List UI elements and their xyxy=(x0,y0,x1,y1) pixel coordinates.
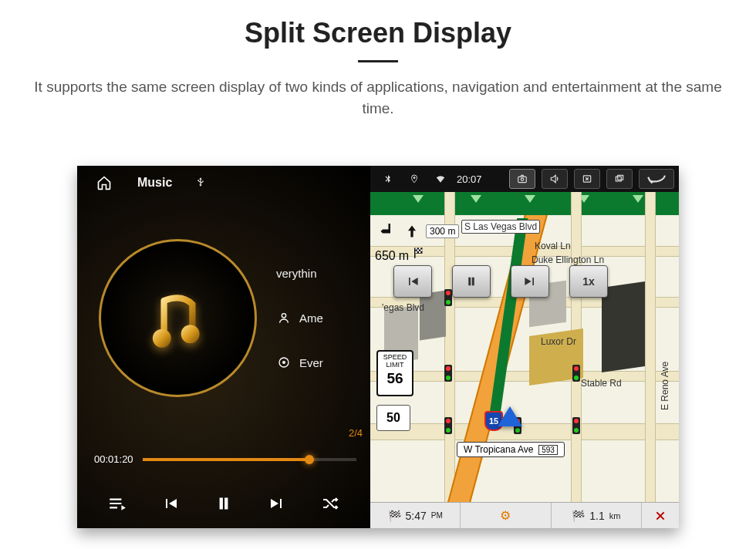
current-speed: 50 xyxy=(376,405,410,431)
home-icon[interactable] xyxy=(94,173,114,193)
prev-track-icon[interactable] xyxy=(155,488,186,519)
nav-bottom-bar: 🏁 5:47 PM ⚙ 🏁 1.1 km xyxy=(370,502,679,528)
eta-time: 5:47 xyxy=(406,510,427,522)
title-underline xyxy=(358,60,398,62)
street-stable: Stable Rd xyxy=(579,377,624,389)
progress-fill xyxy=(143,458,309,461)
svg-point-2 xyxy=(282,314,285,318)
back-icon[interactable] xyxy=(639,169,674,189)
usb-icon[interactable] xyxy=(195,175,206,191)
turn-distance-unit: m xyxy=(399,249,409,263)
track-index: 2/4 xyxy=(349,427,363,439)
progress-bar[interactable] xyxy=(143,458,356,461)
track-title: verythin xyxy=(276,267,317,280)
checkered-flag-icon xyxy=(412,246,426,260)
svg-point-0 xyxy=(152,328,170,347)
screenshot-icon[interactable] xyxy=(509,169,535,189)
close-nav-button[interactable] xyxy=(642,503,679,528)
map-media-controls: 1x xyxy=(393,265,608,298)
svg-point-4 xyxy=(283,362,285,364)
turn-guidance: 300 m 650 m xyxy=(375,220,475,263)
svg-rect-10 xyxy=(618,175,623,180)
street-tropicana: W Tropicana Ave 593 xyxy=(457,442,565,457)
track-artist-row[interactable]: Ame xyxy=(276,295,384,340)
track-album-row[interactable]: Ever xyxy=(276,340,384,385)
map-next-icon[interactable] xyxy=(511,265,549,298)
next-track-icon[interactable] xyxy=(262,488,292,519)
map-canvas[interactable]: 300 m 650 m S Las Vegas Blvd Koval Ln Du… xyxy=(370,192,679,502)
transport-controls xyxy=(77,488,370,519)
recent-apps-icon[interactable] xyxy=(606,169,633,189)
track-list: verythin Ame Ever xyxy=(276,251,384,385)
remaining-dist: 1.1 xyxy=(589,510,604,522)
map-prev-icon[interactable] xyxy=(393,265,432,298)
map-pause-icon[interactable] xyxy=(452,265,491,298)
person-icon xyxy=(276,312,292,324)
turn-distance: 650 xyxy=(375,249,396,263)
volume-icon[interactable] xyxy=(542,169,568,189)
speed-limit-sign: SPEED LIMIT 56 xyxy=(376,350,413,396)
svg-point-5 xyxy=(413,177,415,179)
track-title-row[interactable]: verythin xyxy=(276,251,384,295)
music-pane: Music verythin xyxy=(77,166,370,528)
gear-icon: ⚙ xyxy=(500,508,511,523)
progress-row: 00:01:20 xyxy=(94,453,356,465)
street-vegas-blvd: 'egas Blvd xyxy=(380,301,427,314)
svg-rect-11 xyxy=(414,248,416,258)
track-album: Ever xyxy=(299,356,323,369)
album-art xyxy=(99,239,257,397)
disc-icon xyxy=(276,356,292,369)
elapsed-time: 00:01:20 xyxy=(94,453,133,465)
location-icon xyxy=(404,169,424,189)
shuffle-icon[interactable] xyxy=(315,488,346,519)
playlist-icon[interactable] xyxy=(102,488,133,519)
clock: 20:07 xyxy=(457,173,482,185)
settings-cell[interactable]: ⚙ xyxy=(461,503,551,528)
lane-guidance-banner xyxy=(370,192,679,215)
map-speed-button[interactable]: 1x xyxy=(569,265,608,298)
nav-pane: 20:07 xyxy=(370,166,679,528)
svg-rect-6 xyxy=(518,177,527,183)
page-description: It supports the same screen display of t… xyxy=(31,76,725,119)
pause-icon[interactable] xyxy=(208,488,239,519)
flag-icon: 🏁 xyxy=(388,510,401,522)
track-artist: Ame xyxy=(299,312,323,325)
page-title: Split Screen Display xyxy=(0,17,756,49)
bluetooth-icon xyxy=(378,169,398,189)
street-reno: E Reno Ave xyxy=(659,359,671,413)
turn-left-icon xyxy=(375,220,398,243)
close-app-icon[interactable] xyxy=(574,169,600,189)
music-topbar: Music xyxy=(77,166,370,200)
flag-icon: 🏁 xyxy=(572,510,585,522)
wifi-icon xyxy=(430,169,451,189)
progress-knob[interactable] xyxy=(305,455,314,464)
speed-limit-value: 56 xyxy=(378,371,412,387)
vehicle-cursor-icon xyxy=(498,406,522,426)
svg-rect-9 xyxy=(616,177,621,181)
street-luxor: Luxor Dr xyxy=(538,335,579,348)
turn-up-icon xyxy=(404,221,420,241)
status-bar: 20:07 xyxy=(370,166,679,192)
street-duke: Duke Ellington Ln xyxy=(529,254,606,266)
device-mock: Music verythin xyxy=(77,166,679,528)
street-koval: Koval Ln xyxy=(532,240,573,252)
eta-cell[interactable]: 🏁 5:47 PM xyxy=(370,503,461,528)
svg-point-1 xyxy=(181,325,199,343)
remaining-cell[interactable]: 🏁 1.1 km xyxy=(552,503,642,528)
street-s-las-vegas: S Las Vegas Blvd xyxy=(461,220,540,234)
svg-point-7 xyxy=(521,178,524,181)
tab-music[interactable]: Music xyxy=(137,176,172,190)
